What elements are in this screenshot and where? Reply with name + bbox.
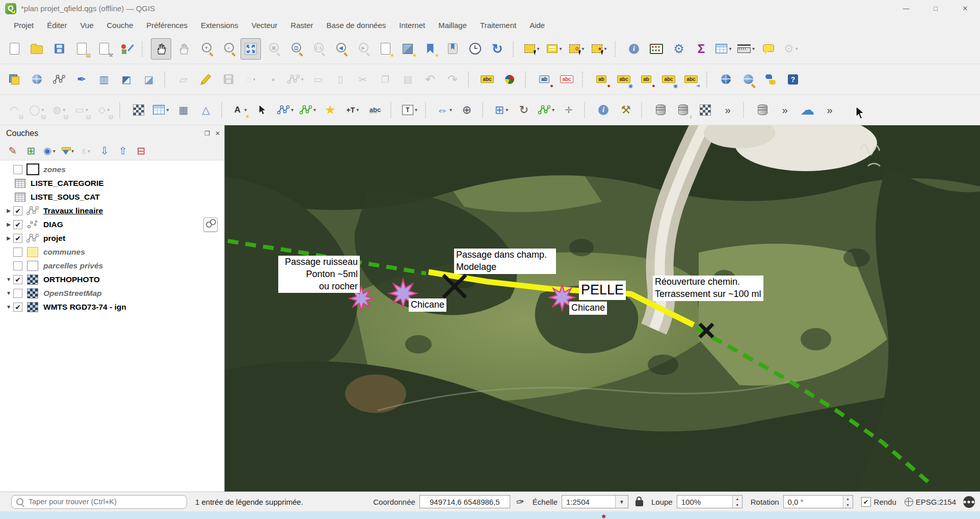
- menu-aide[interactable]: Aide: [523, 18, 551, 32]
- show-spatial-bookmarks-button[interactable]: [442, 38, 463, 60]
- extents-toggle-icon[interactable]: ✑: [515, 495, 525, 508]
- new-map-view-button[interactable]: ★: [375, 38, 395, 60]
- menu-raster[interactable]: Raster: [284, 18, 320, 32]
- style-manager-button[interactable]: [116, 38, 137, 60]
- annotation-text-plus-dropdown-arrow[interactable]: ▾: [356, 107, 359, 113]
- layer-checkbox-travaux-lineaire[interactable]: ✔: [13, 206, 22, 215]
- help-contents-button[interactable]: ?: [783, 69, 803, 90]
- data-source-manager-button[interactable]: [4, 69, 24, 90]
- expand-all-button[interactable]: ⇩: [96, 143, 113, 158]
- more-tools-1-button[interactable]: »: [718, 99, 738, 121]
- map-canvas[interactable]: Passage ruisseauPonton ~5mlou rocherPass…: [225, 125, 980, 491]
- layer-labeling-button[interactable]: abc: [477, 69, 497, 90]
- georeferencer-button[interactable]: [128, 99, 149, 121]
- python-console-button[interactable]: [760, 69, 781, 90]
- link-button[interactable]: [203, 217, 218, 232]
- annotation-crosshair-button[interactable]: ⊕: [457, 99, 477, 121]
- pin-auto-labels-button[interactable]: ab●: [534, 69, 554, 90]
- vertex-tool-green-button[interactable]: ▾: [536, 99, 557, 121]
- layer-row-openstreetmap[interactable]: ▼OpenStreetMap: [0, 286, 224, 300]
- layer-row-travaux-lineaire[interactable]: ▶✔Travaux lineaire: [0, 204, 224, 217]
- digitize-circle-dropdown-arrow[interactable]: ▾: [42, 107, 44, 113]
- layer-row-communes[interactable]: communes: [0, 245, 224, 259]
- refresh-map-button[interactable]: ↻: [487, 38, 508, 60]
- toggle-editing-button[interactable]: [196, 69, 216, 90]
- layer-expander-orthophoto[interactable]: ▼: [4, 277, 13, 282]
- zoom-in-button[interactable]: +: [196, 38, 216, 60]
- new-print-layout-button[interactable]: ▤: [71, 38, 92, 60]
- move-annotation-button[interactable]: ⇔▾: [434, 99, 455, 121]
- filter-legend-button[interactable]: ▾: [59, 143, 76, 158]
- new-3d-map-view-button[interactable]: ★: [398, 38, 418, 60]
- menu-vecteur[interactable]: Vecteur: [245, 18, 284, 32]
- menu-base-de-donnees[interactable]: Base de données: [320, 18, 393, 32]
- layer-checkbox-openstreetmap[interactable]: [13, 289, 22, 298]
- search-geonetwork-button[interactable]: [738, 69, 758, 90]
- layer-expander-wmts-rgd73-74-ign[interactable]: ▼: [4, 304, 13, 310]
- add-group-button[interactable]: ⊞: [22, 143, 40, 158]
- layer-row-liste-sous-cat[interactable]: LISTE_SOUS_CAT: [0, 190, 224, 204]
- show-statistics-button[interactable]: Σ: [691, 38, 711, 60]
- grid-tool-button[interactable]: ⊞▾: [491, 99, 512, 121]
- annotation-node-blue-button[interactable]: ▾: [275, 99, 296, 121]
- db-manager-stack-button[interactable]: [752, 99, 773, 121]
- menu-projet[interactable]: Projet: [7, 18, 40, 32]
- zoom-to-layer-button[interactable]: ◫: [285, 38, 306, 60]
- vertex-tool-dropdown-arrow[interactable]: ▾: [301, 76, 304, 82]
- menu-maillage[interactable]: Maillage: [432, 18, 473, 32]
- layer-row-zones[interactable]: zones: [0, 162, 224, 176]
- annotation-node-blue-dropdown-arrow[interactable]: ▾: [291, 107, 294, 113]
- layer-checkbox-zones[interactable]: [13, 165, 22, 174]
- change-label-properties-button[interactable]: abc➜: [681, 69, 701, 90]
- show-layout-manager-button[interactable]: ⚒: [94, 38, 114, 60]
- temporal-controller-button[interactable]: [465, 38, 485, 60]
- minimize-button[interactable]: —: [891, 0, 921, 17]
- more-tools-2-button[interactable]: »: [775, 99, 795, 121]
- scale-dropdown-button[interactable]: ▼: [615, 496, 628, 508]
- annotation-text-dropdown-arrow[interactable]: ▾: [244, 107, 247, 113]
- remove-layer-button[interactable]: ⊟: [133, 143, 150, 158]
- filter-legend-dropdown-arrow[interactable]: ▾: [71, 148, 74, 154]
- manage-map-themes-button[interactable]: ◉▾: [41, 143, 58, 158]
- menu-couche[interactable]: Couche: [100, 18, 140, 32]
- digitize-with-segment-dropdown-arrow[interactable]: ▾: [253, 76, 255, 82]
- digitize-ellipse-dropdown-arrow[interactable]: ▾: [63, 107, 65, 113]
- locator-options-dropdown-arrow[interactable]: ▾: [796, 46, 798, 51]
- filter-by-expression-dropdown-arrow[interactable]: ▾: [88, 148, 90, 154]
- digitize-rectangle-dropdown-arrow[interactable]: ▾: [86, 107, 88, 113]
- zoom-last-button[interactable]: ◀: [330, 38, 351, 60]
- lock-scale-icon[interactable]: [635, 500, 643, 506]
- annotation-select-button[interactable]: [253, 99, 273, 121]
- attribute-grid-button[interactable]: ▾: [151, 99, 171, 121]
- layer-checkbox-communes[interactable]: [13, 248, 22, 257]
- layer-row-parcelles-prives[interactable]: parcelles privés: [0, 259, 224, 272]
- move-label-button[interactable]: ab●: [636, 69, 656, 90]
- layer-expander-travaux-lineaire[interactable]: ▶: [4, 208, 13, 213]
- layer-checkbox-diag[interactable]: ✔: [13, 220, 22, 229]
- rotate-label-button[interactable]: abc◉: [658, 69, 679, 90]
- rotate-tool-button[interactable]: ↻: [514, 99, 534, 121]
- close-panel-button[interactable]: ✕: [215, 130, 220, 137]
- maximize-button[interactable]: □: [921, 0, 950, 17]
- layer-expander-projet[interactable]: ▶: [4, 235, 13, 241]
- annotation-marker-button[interactable]: ★: [320, 99, 340, 121]
- qfield-cloud-button[interactable]: ☁: [797, 99, 817, 121]
- pin-unpin-labels-button[interactable]: ab●: [591, 69, 612, 90]
- menu-editer[interactable]: Éditer: [40, 18, 73, 32]
- serial-digitizing-button[interactable]: ▦: [173, 99, 194, 121]
- add-web-layer-button[interactable]: [27, 69, 47, 90]
- highlight-pinned-labels-button[interactable]: abc: [557, 69, 577, 90]
- coordinate-field[interactable]: 949714,6 6548986,5: [419, 495, 510, 508]
- digitize-regular-polygon-dropdown-arrow[interactable]: ▾: [107, 107, 110, 113]
- menu-vue[interactable]: Vue: [73, 18, 100, 32]
- open-attribute-table-button[interactable]: ▾: [713, 38, 734, 60]
- menu-extensions[interactable]: Extensions: [194, 18, 245, 32]
- magnifier-spinbox[interactable]: 100% ▲▼: [677, 495, 743, 508]
- locator-search[interactable]: [11, 495, 187, 509]
- save-project-button[interactable]: [49, 38, 69, 60]
- pan-map-button[interactable]: [151, 38, 171, 60]
- move-annotation-dropdown-arrow[interactable]: ▾: [449, 107, 452, 113]
- collapse-all-button[interactable]: ⇧: [114, 143, 131, 158]
- magnifier-steppers[interactable]: ▲▼: [732, 496, 742, 508]
- scale-combo[interactable]: 1:2504 ▼: [562, 495, 628, 508]
